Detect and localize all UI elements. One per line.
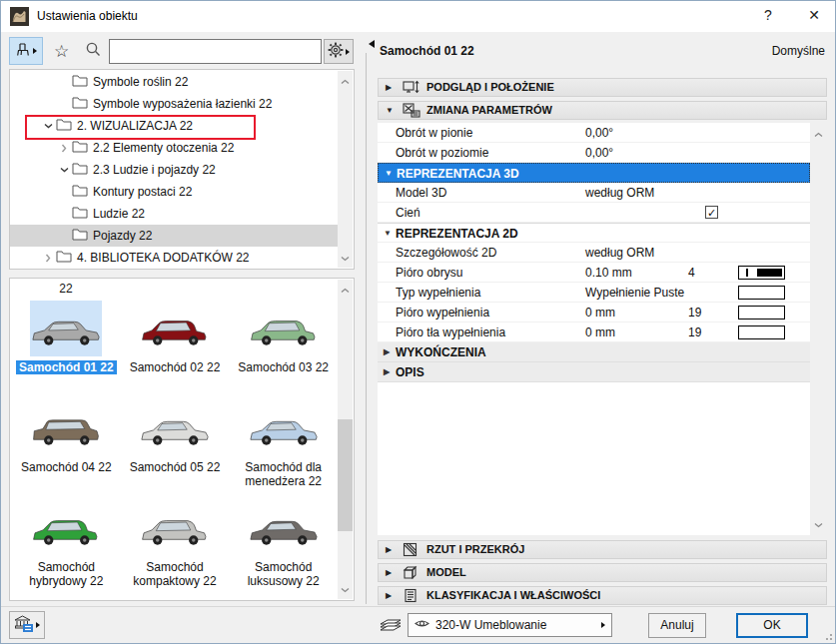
parameter-label: Pióro obrysu: [396, 263, 462, 283]
parameter-row[interactable]: Obrót w pionie0,00°: [378, 123, 810, 143]
parameter-label: REPREZENTACJA 2D: [396, 224, 518, 244]
thumbnail-item[interactable]: Samochód kompaktowy 22: [121, 500, 230, 600]
thumbnail-item[interactable]: Samochód luksusowy 22: [229, 500, 338, 600]
library-part-button[interactable]: [9, 611, 45, 639]
library-tree-panel: Symbole roślin 22Symbole wyposażenia łaz…: [9, 69, 355, 270]
thumbnail-item[interactable]: Samochód 04 22: [12, 400, 121, 500]
checkbox[interactable]: ✓: [705, 206, 718, 219]
parameter-group-header[interactable]: ▶OPIS: [378, 362, 810, 382]
tree-item[interactable]: 2. WIZUALIZACJA 22: [10, 115, 339, 137]
scroll-down-icon[interactable]: [810, 517, 827, 531]
parameter-value[interactable]: według ORM: [585, 243, 654, 263]
parameter-row[interactable]: Cień✓: [378, 203, 810, 223]
thumbnails-grid: Samochód 01 22Samochód 02 22Samochód 03 …: [12, 279, 338, 599]
ok-button[interactable]: OK: [736, 613, 808, 638]
fill-swatch[interactable]: [738, 286, 785, 300]
thumbnail-item[interactable]: Samochód 03 22: [229, 301, 338, 400]
section-zmiana-parametrow[interactable]: ▼ ZMIANA PARAMETRÓW: [378, 101, 827, 120]
parameter-list: Obrót w pionie0,00°Obrót w poziomie0,00°…: [378, 123, 810, 535]
thumbnail-item[interactable]: Samochód 02 22: [121, 301, 230, 400]
parameter-row[interactable]: Model 3Dwedług ORM: [378, 183, 810, 203]
collapse-panel-arrow-icon[interactable]: [369, 40, 375, 48]
tree-item[interactable]: Symbole roślin 22: [10, 71, 339, 93]
parameter-row[interactable]: Pióro wypełnienia0 mm19: [378, 303, 810, 322]
folder-icon: [56, 118, 74, 134]
scroll-up-icon[interactable]: [810, 127, 827, 141]
archicad-logo-icon: [10, 7, 29, 26]
parameter-row[interactable]: Pióro obrysu0.10 mm4: [378, 263, 810, 283]
pen-number[interactable]: 4: [688, 263, 695, 283]
titlebar: Ustawienia obiektu ? ✕: [1, 1, 835, 32]
layer-dropdown[interactable]: 320-W Umeblowanie: [408, 613, 612, 637]
thumbnail-item[interactable]: Samochód dla menedżera 22: [229, 400, 338, 500]
pen-number[interactable]: 19: [688, 322, 701, 342]
folder-icon: [72, 162, 90, 178]
thumbnail-label: Samochód 03 22: [229, 360, 338, 374]
settings-button[interactable]: [324, 39, 354, 64]
tree-item[interactable]: Kontury postaci 22: [10, 181, 339, 203]
tree-scrollbar[interactable]: [338, 71, 353, 268]
tree-item[interactable]: 2.3 Ludzie i pojazdy 22: [10, 159, 339, 181]
chevron-down-icon[interactable]: [40, 123, 56, 129]
thumbnail-label: Samochód 01 22: [12, 360, 121, 374]
parameter-value[interactable]: 0,00°: [585, 123, 613, 143]
parameters-icon: [403, 103, 420, 121]
scroll-down-icon[interactable]: [338, 251, 353, 265]
help-button[interactable]: ?: [759, 7, 777, 25]
tree-item[interactable]: Pojazdy 22: [10, 225, 339, 247]
thumbnail-item[interactable]: Samochód hybrydowy 22: [12, 500, 121, 600]
parameters-scrollbar[interactable]: [810, 123, 827, 535]
thumbnail-item[interactable]: Samochód 01 22: [12, 301, 121, 400]
pen-number[interactable]: 19: [688, 303, 701, 322]
folder-icon: [72, 96, 90, 112]
tree-item[interactable]: Ludzie 22: [10, 203, 339, 225]
cancel-button[interactable]: Anuluj: [648, 613, 706, 638]
chevron-right-icon[interactable]: [56, 144, 72, 153]
car-thumbnail-image: [139, 400, 211, 456]
tree-item[interactable]: 2.2 Elementy otoczenia 22: [10, 137, 339, 159]
parameter-group-header[interactable]: ▶WYKOŃCZENIA: [378, 342, 810, 362]
search-input[interactable]: [109, 39, 322, 64]
scroll-up-icon[interactable]: [338, 283, 353, 297]
fill-swatch[interactable]: [738, 306, 785, 320]
pen-color-swatch[interactable]: [738, 266, 785, 280]
parameter-value[interactable]: 0 mm: [585, 303, 615, 322]
scroll-down-icon[interactable]: [338, 582, 353, 596]
triangle-right-icon: ▶: [386, 541, 392, 558]
favorites-button[interactable]: ☆: [47, 37, 76, 65]
parameter-group-header[interactable]: ▼REPREZENTACJA 2D: [378, 223, 810, 243]
thumbnail-label: Samochód luksusowy 22: [229, 560, 338, 588]
chevron-right-icon[interactable]: [40, 254, 56, 263]
folder-icon: [72, 228, 90, 244]
parameter-value[interactable]: 0.10 mm: [585, 263, 632, 283]
section-model[interactable]: ▶ MODEL: [378, 563, 827, 582]
section-klasyfikacja[interactable]: ▶ KLASYFIKACJA I WŁAŚCIWOŚCI: [378, 586, 827, 605]
parameter-row[interactable]: Obrót w poziomie0,00°: [378, 143, 810, 163]
thumbnails-scrollbar[interactable]: [338, 280, 353, 599]
search-button[interactable]: [79, 37, 107, 65]
parameter-row[interactable]: Typ wypełnieniaWypełnienie Puste: [378, 283, 810, 303]
tree-item[interactable]: Symbole wyposażenia łazienki 22: [10, 93, 339, 115]
tree-item[interactable]: 4. BIBLIOTEKA DODATKÓW 22: [10, 247, 339, 269]
thumbnail-item[interactable]: Samochód 05 22: [121, 400, 230, 500]
chevron-down-icon[interactable]: [56, 167, 72, 173]
object-type-button[interactable]: [9, 37, 43, 65]
scroll-up-icon[interactable]: [338, 74, 353, 88]
parameter-group-header[interactable]: ▼REPREZENTACJA 3D: [378, 163, 810, 183]
layers-icon: [379, 615, 403, 638]
resize-grip[interactable]: [823, 631, 832, 640]
parameter-label: Szczegółowość 2D: [396, 243, 496, 263]
parameter-value[interactable]: Wypełnienie Puste: [585, 283, 684, 303]
scrollbar-thumb[interactable]: [338, 419, 353, 531]
section-podglad-i-polozenie[interactable]: ▶ PODGLĄD I POŁOŻENIE: [378, 78, 827, 97]
close-button[interactable]: ✕: [805, 7, 823, 25]
parameter-row[interactable]: Pióro tła wypełnienia0 mm19: [378, 322, 810, 342]
parameter-value[interactable]: 0,00°: [585, 143, 613, 163]
parameter-label: Obrót w poziomie: [396, 143, 488, 163]
parameter-value[interactable]: według ORM: [585, 183, 654, 203]
parameter-value[interactable]: 0 mm: [585, 322, 615, 342]
section-rzut-i-przekroj[interactable]: ▶ RZUT I PRZEKRÓJ: [378, 540, 827, 559]
fill-swatch[interactable]: [738, 325, 785, 339]
parameter-row[interactable]: Szczegółowość 2Dwedług ORM: [378, 243, 810, 263]
footer: 320-W Umeblowanie Anuluj OK: [1, 606, 835, 643]
